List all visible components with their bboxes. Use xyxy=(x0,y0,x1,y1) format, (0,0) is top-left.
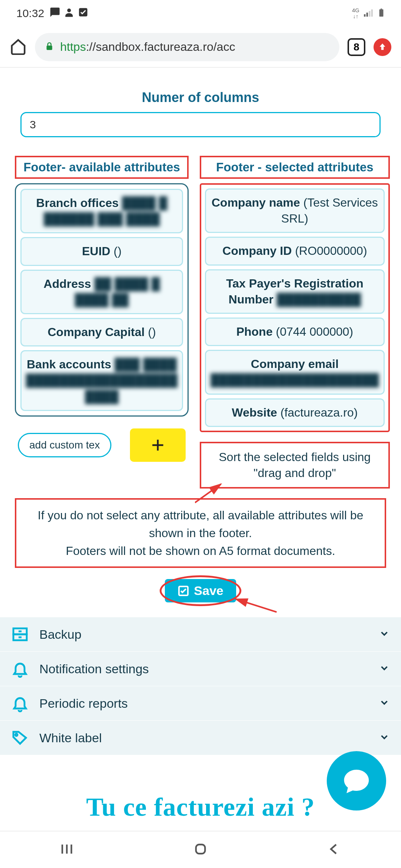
status-bar: 10:32 4G ↓↑ xyxy=(0,0,401,27)
attr-company-name[interactable]: Company name (Test Services SRL) xyxy=(205,188,384,233)
settings-label: White label xyxy=(39,731,102,745)
available-attributes-title: Footer- available attributes xyxy=(15,156,189,179)
battery-icon xyxy=(376,8,386,19)
clock: 10:32 xyxy=(16,7,44,20)
svg-rect-5 xyxy=(371,9,373,17)
browser-toolbar: https://sandbox.factureaza.ro/acc 8 xyxy=(0,27,401,68)
columns-input[interactable]: 3 xyxy=(20,112,381,137)
add-plus-button[interactable] xyxy=(130,428,186,462)
attr-branch-offices[interactable]: Branch offices ████ █ ██████ ███ ████ xyxy=(20,189,183,233)
svg-point-18 xyxy=(15,734,17,736)
recents-button[interactable] xyxy=(59,841,75,858)
svg-rect-11 xyxy=(179,586,188,595)
attr-website[interactable]: Website (factureaza.ro) xyxy=(205,398,384,427)
selected-attributes-title: Footer - selected attributes xyxy=(200,156,389,179)
attr-bank-accounts[interactable]: Bank accounts ███ ████ █████████████████… xyxy=(20,350,183,411)
svg-rect-7 xyxy=(381,9,382,9)
settings-notifications[interactable]: Notification settings xyxy=(0,652,401,686)
chevron-down-icon xyxy=(379,628,390,641)
svg-point-0 xyxy=(67,9,71,12)
system-nav-bar xyxy=(0,831,401,868)
lock-icon xyxy=(45,41,54,53)
chevron-down-icon xyxy=(379,731,390,744)
settings-list: Backup Notification settings Periodic re… xyxy=(0,617,401,755)
chevron-down-icon xyxy=(379,697,390,710)
attr-company-email[interactable]: Company email████████████████████ xyxy=(205,350,384,394)
tag-icon xyxy=(11,729,32,747)
url-text: https://sandbox.factureaza.ro/acc xyxy=(60,40,235,54)
svg-rect-3 xyxy=(366,13,368,17)
attr-euid[interactable]: EUID () xyxy=(20,237,183,266)
svg-rect-8 xyxy=(46,45,52,50)
add-custom-text-button[interactable]: add custom tex xyxy=(18,433,111,457)
save-button[interactable]: Save xyxy=(165,579,236,602)
person-icon xyxy=(63,7,75,20)
bell-icon xyxy=(11,660,32,678)
svg-rect-4 xyxy=(369,11,370,16)
sort-hint: Sort the selected fields using "drag and… xyxy=(200,442,389,489)
attr-phone[interactable]: Phone (0744 000000) xyxy=(205,318,384,346)
signal-icon xyxy=(363,8,373,19)
chevron-down-icon xyxy=(379,662,390,675)
svg-rect-6 xyxy=(379,9,384,17)
message-icon xyxy=(49,7,61,20)
drawer-icon xyxy=(11,625,32,643)
checkbox-icon xyxy=(78,7,89,20)
svg-rect-22 xyxy=(196,844,205,854)
home-button[interactable] xyxy=(193,841,208,858)
attr-company-id[interactable]: Company ID (RO0000000) xyxy=(205,237,384,265)
bell-icon xyxy=(11,694,32,712)
footer-info-box: If you do not select any attribute, all … xyxy=(15,498,386,568)
settings-periodic-reports[interactable]: Periodic reports xyxy=(0,686,401,721)
status-right: 4G ↓↑ xyxy=(352,7,386,20)
attr-company-capital[interactable]: Company Capital () xyxy=(20,318,183,346)
settings-label: Periodic reports xyxy=(39,696,128,711)
back-button[interactable] xyxy=(326,841,342,858)
settings-label: Notification settings xyxy=(39,662,149,676)
columns-label: Numer of columns xyxy=(15,90,386,105)
update-badge-icon[interactable] xyxy=(374,38,391,56)
svg-rect-2 xyxy=(364,14,365,17)
tab-counter[interactable]: 8 xyxy=(348,38,365,56)
settings-label: Backup xyxy=(39,627,81,642)
chat-fab[interactable] xyxy=(327,751,386,811)
settings-backup[interactable]: Backup xyxy=(0,617,401,652)
notification-icons xyxy=(49,7,89,20)
home-icon[interactable] xyxy=(10,38,27,56)
settings-white-label[interactable]: White label xyxy=(0,721,401,755)
network-indicator: 4G ↓↑ xyxy=(352,7,359,20)
address-bar[interactable]: https://sandbox.factureaza.ro/acc xyxy=(35,33,339,61)
attr-address[interactable]: Address ██ ████ █ ████ ██ xyxy=(20,270,183,314)
selected-attributes-panel: Company name (Test Services SRL) Company… xyxy=(200,183,389,432)
available-attributes-panel: Branch offices ████ █ ██████ ███ ████ EU… xyxy=(15,183,189,417)
attr-tax-registration[interactable]: Tax Payer's Registration Number ████████… xyxy=(205,269,384,314)
